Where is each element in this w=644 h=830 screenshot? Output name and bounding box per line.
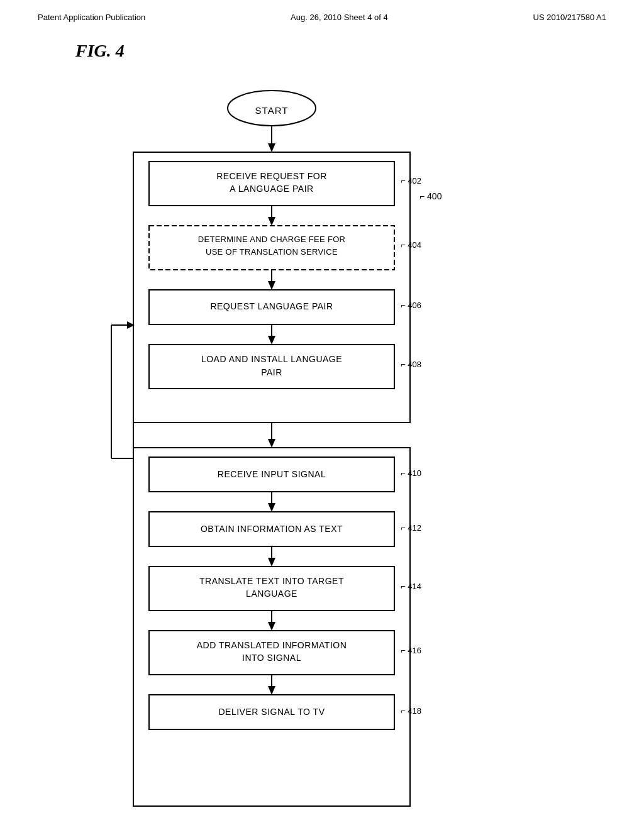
svg-marker-28 [268, 439, 275, 448]
svg-text:LANGUAGE: LANGUAGE [246, 589, 297, 599]
flowchart-svg: START ⌐ 400 RECEIVE REQUEST FOR A LANGUA… [77, 74, 567, 828]
svg-text:⌐ 416: ⌐ 416 [401, 646, 421, 655]
svg-marker-3 [268, 143, 275, 152]
svg-text:RECEIVE  INPUT  SIGNAL: RECEIVE INPUT SIGNAL [218, 469, 326, 479]
header: Patent Application Publication Aug. 26, … [38, 13, 606, 22]
svg-text:RECEIVE  REQUEST FOR: RECEIVE REQUEST FOR [216, 171, 327, 181]
header-right: US 2010/217580 A1 [533, 13, 606, 22]
svg-text:TRANSLATE  TEXT INTO TARGET: TRANSLATE TEXT INTO TARGET [199, 576, 344, 586]
svg-text:INTO SIGNAL: INTO SIGNAL [242, 653, 301, 663]
svg-text:⌐ 412: ⌐ 412 [401, 523, 421, 533]
svg-text:⌐ 410: ⌐ 410 [401, 468, 421, 478]
svg-text:PAIR: PAIR [261, 367, 282, 377]
svg-text:REQUEST LANGUAGE  PAIR: REQUEST LANGUAGE PAIR [210, 301, 333, 311]
svg-text:⌐ 408: ⌐ 408 [401, 360, 421, 369]
svg-text:START: START [255, 105, 289, 116]
svg-text:ADD TRANSLATED INFORMATION: ADD TRANSLATED INFORMATION [197, 640, 347, 650]
svg-text:⌐ 418: ⌐ 418 [401, 706, 421, 716]
svg-text:⌐ 402: ⌐ 402 [401, 176, 421, 185]
svg-text:DELIVER SIGNAL TO TV: DELIVER SIGNAL TO TV [219, 707, 325, 717]
svg-rect-23 [149, 345, 394, 389]
figure-title: FIG. 4 [75, 41, 606, 61]
svg-text:⌐ 414: ⌐ 414 [401, 582, 421, 591]
svg-text:LOAD AND INSTALL LANGUAGE: LOAD AND INSTALL LANGUAGE [201, 354, 342, 364]
svg-text:⌐ 406: ⌐ 406 [401, 301, 421, 310]
svg-text:OBTAIN INFORMATION AS TEXT: OBTAIN INFORMATION AS TEXT [201, 524, 343, 534]
header-center: Aug. 26, 2010 Sheet 4 of 4 [291, 13, 388, 22]
header-left: Patent Application Publication [38, 13, 145, 22]
svg-text:DETERMINE AND CHARGE FEE FOR: DETERMINE AND CHARGE FEE FOR [198, 235, 345, 244]
svg-text:A LANGUAGE  PAIR: A LANGUAGE PAIR [230, 184, 313, 194]
svg-text:⌐ 404: ⌐ 404 [401, 240, 421, 250]
svg-text:⌐ 400: ⌐ 400 [419, 191, 442, 201]
flowchart-wrapper: START ⌐ 400 RECEIVE REQUEST FOR A LANGUA… [77, 74, 567, 830]
page: Patent Application Publication Aug. 26, … [0, 0, 644, 830]
svg-text:USE OF TRANSLATION SERVICE: USE OF TRANSLATION SERVICE [206, 247, 338, 257]
